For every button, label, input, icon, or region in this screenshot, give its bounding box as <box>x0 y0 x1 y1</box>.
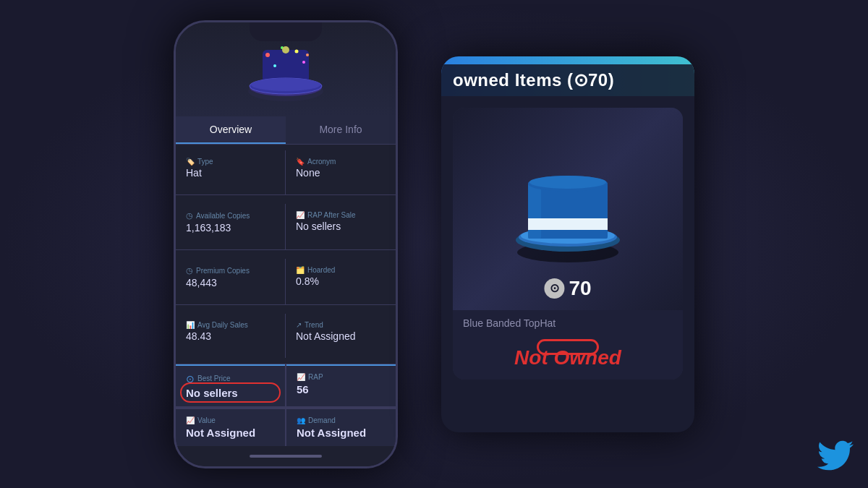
home-indicator <box>176 446 396 466</box>
robux-icon-large: ⊙ <box>544 278 564 299</box>
info-value-rap-after: No sellers <box>296 221 386 232</box>
info-item-acronym: 🔖 Acronym None <box>286 150 396 194</box>
app-card-header: owned Items (⊙70) <box>441 56 694 96</box>
tabs-bar: Overview More Info <box>176 116 396 145</box>
svg-rect-23 <box>528 218 608 230</box>
svg-point-5 <box>265 53 270 57</box>
info-label-trend: ↗ Trend <box>296 321 386 329</box>
info-label-acronym: 🔖 Acronym <box>296 158 386 166</box>
info-label-hoarded: 🗂️ Hoarded <box>296 266 386 274</box>
twitter-bird-icon <box>817 437 854 474</box>
info-value-type: Hat <box>186 167 275 179</box>
card-value-best-price: No sellers <box>186 387 275 399</box>
info-item-avg-sales: 📊 Avg Daily Sales 48.43 <box>176 314 286 358</box>
tab-overview[interactable]: Overview <box>176 116 286 144</box>
app-card-header-text: owned Items (⊙70) <box>441 64 694 96</box>
card-best-price: ⊙ Best Price No sellers <box>176 364 285 406</box>
phone-screen: Overview More Info 🏷️ Type Hat 🔖 Acronym <box>176 22 396 466</box>
card-value-card: 📈 Value Not Assigned <box>176 408 285 446</box>
tab-more-info[interactable]: More Info <box>286 116 396 144</box>
not-owned-text: Not Owned <box>514 346 621 369</box>
info-value-avg-sales: 48.43 <box>186 330 275 342</box>
demand-icon: 👥 <box>297 416 305 424</box>
info-value-acronym: None <box>296 167 386 179</box>
card-label-rap: 📈 RAP <box>297 373 386 381</box>
svg-point-9 <box>273 64 276 67</box>
svg-point-21 <box>529 176 606 189</box>
svg-point-10 <box>306 53 309 56</box>
card-value-demand: Not Assigned <box>297 427 386 439</box>
info-grid: 🏷️ Type Hat 🔖 Acronym None ◷ <box>176 145 396 364</box>
info-item-trend: ↗ Trend Not Assigned <box>286 314 396 358</box>
info-value-trend: Not Assigned <box>296 330 386 342</box>
svg-point-7 <box>295 49 299 53</box>
card-value-value: Not Assigned <box>186 427 275 439</box>
value-icon: 📈 <box>186 416 195 424</box>
divider-1 <box>176 194 396 195</box>
phone-notch <box>250 22 322 41</box>
info-item-hoarded: 🗂️ Hoarded 0.8% <box>286 259 396 304</box>
content-wrapper: Overview More Info 🏷️ Type Hat 🔖 Acronym <box>0 0 868 488</box>
item-footer: Blue Banded TopHat <box>453 310 683 336</box>
svg-rect-19 <box>528 184 541 239</box>
card-rap: 📈 RAP 56 <box>286 364 396 406</box>
info-label-type: 🏷️ Type <box>186 158 275 166</box>
info-item-type: 🏷️ Type Hat <box>176 150 286 194</box>
phone: Overview More Info 🏷️ Type Hat 🔖 Acronym <box>174 20 398 468</box>
copies-icon: ◷ <box>186 211 193 221</box>
home-bar <box>250 455 322 458</box>
info-label-premium: ◷ Premium Copies <box>186 266 275 275</box>
info-item-premium: ◷ Premium Copies 48,443 <box>176 259 286 304</box>
divider-3 <box>176 304 396 305</box>
premium-icon: ◷ <box>186 266 193 275</box>
info-label-available: ◷ Available Copies <box>186 211 275 221</box>
card-label-demand: 👥 Demand <box>297 416 386 424</box>
card-label-value: 📈 Value <box>186 416 275 424</box>
info-item-rap-after: 📈 RAP After Sale No sellers <box>286 204 396 249</box>
trend-icon: ↗ <box>296 321 302 329</box>
bottom-cards: ⊙ Best Price No sellers 📈 RAP 56 <box>176 364 396 446</box>
no-sellers-circle <box>180 382 281 403</box>
item-image-area: ⊙ 70 <box>453 108 683 310</box>
hoarded-icon: 🗂️ <box>296 266 305 274</box>
svg-point-13 <box>251 78 320 91</box>
hat-image <box>242 30 329 109</box>
divider-2 <box>176 249 396 250</box>
card-demand: 👥 Demand Not Assigned <box>286 408 396 446</box>
info-label-rap-after: 📈 RAP After Sale <box>296 211 386 219</box>
svg-point-11 <box>282 46 289 53</box>
rap-chart-icon: 📈 <box>297 373 305 381</box>
blue-top-hat-image <box>499 140 637 278</box>
info-item-available: ◷ Available Copies 1,163,183 <box>176 204 286 249</box>
avg-sales-icon: 📊 <box>186 321 195 329</box>
app-card-body: ⊙ 70 Blue Banded TopHat Not Owned <box>441 96 694 391</box>
acronym-icon: 🔖 <box>296 158 305 166</box>
card-value-rap: 56 <box>297 383 386 395</box>
info-value-hoarded: 0.8% <box>296 275 386 287</box>
not-owned-container: Not Owned <box>453 336 683 380</box>
item-card: ⊙ 70 Blue Banded TopHat Not Owned <box>453 108 683 380</box>
svg-point-8 <box>302 61 305 64</box>
app-card: owned Items (⊙70) <box>441 56 694 432</box>
type-icon: 🏷️ <box>186 158 195 166</box>
item-price-badge: ⊙ 70 <box>544 277 591 300</box>
info-value-available: 1,163,183 <box>186 222 275 234</box>
info-value-premium: 48,443 <box>186 277 275 288</box>
rap-after-icon: 📈 <box>296 211 305 219</box>
info-label-avg-sales: 📊 Avg Daily Sales <box>186 321 275 329</box>
